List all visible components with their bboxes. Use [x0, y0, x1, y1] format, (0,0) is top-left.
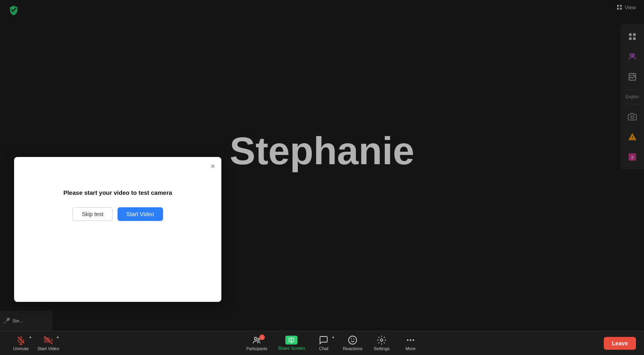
- toolbar-center-section: Participants 1 Share Screen: [61, 332, 604, 354]
- camera-test-modal: × Please start your video to test camera…: [14, 157, 221, 302]
- settings-button[interactable]: Settings: [369, 332, 394, 354]
- unmute-chevron[interactable]: ▲: [29, 335, 32, 339]
- share-screen-label: Share Screen: [278, 346, 305, 351]
- modal-buttons: Skip test Start Video: [24, 207, 212, 221]
- chat-label: Chat: [319, 346, 328, 351]
- start-video-button[interactable]: Start Video: [118, 207, 163, 221]
- svg-point-21: [349, 336, 357, 344]
- video-chevron[interactable]: ▲: [56, 335, 60, 339]
- modal-title: Please start your video to test camera: [24, 189, 212, 196]
- unmute-label: Unmute: [13, 346, 29, 351]
- svg-point-26: [410, 339, 411, 341]
- unmute-button[interactable]: Unmute ▲: [8, 332, 34, 354]
- skip-test-button[interactable]: Skip test: [72, 207, 113, 221]
- reactions-label: Reactions: [343, 346, 363, 351]
- svg-point-19: [254, 337, 257, 340]
- chat-button[interactable]: Chat ▲: [311, 332, 336, 354]
- svg-point-24: [380, 339, 383, 341]
- start-video-toolbar-button[interactable]: Start Video ▲: [35, 332, 61, 354]
- toolbar-left-section: Unmute ▲ Start Video ▲: [8, 332, 61, 354]
- svg-point-25: [407, 339, 409, 341]
- settings-label: Settings: [374, 346, 390, 351]
- main-video-area: View Engli: [0, 0, 644, 355]
- toolbar-right-section: Leave: [604, 337, 636, 350]
- participants-label: Participants: [246, 347, 267, 351]
- start-video-label: Start Video: [37, 346, 59, 351]
- leave-button[interactable]: Leave: [604, 337, 636, 350]
- share-screen-icon: [285, 336, 297, 345]
- more-label: More: [406, 346, 416, 351]
- participants-button[interactable]: Participants 1: [242, 332, 272, 354]
- participants-count: 1: [259, 334, 265, 340]
- share-screen-button[interactable]: Share Screen: [275, 332, 308, 354]
- modal-overlay: × Please start your video to test camera…: [0, 0, 644, 355]
- bottom-toolbar: Unmute ▲ Start Video ▲: [0, 331, 644, 355]
- reactions-button[interactable]: Reactions: [340, 332, 365, 354]
- modal-close-button[interactable]: ×: [211, 163, 215, 170]
- more-button[interactable]: More: [398, 332, 423, 354]
- svg-point-27: [413, 339, 414, 341]
- chat-chevron[interactable]: ▲: [331, 335, 335, 339]
